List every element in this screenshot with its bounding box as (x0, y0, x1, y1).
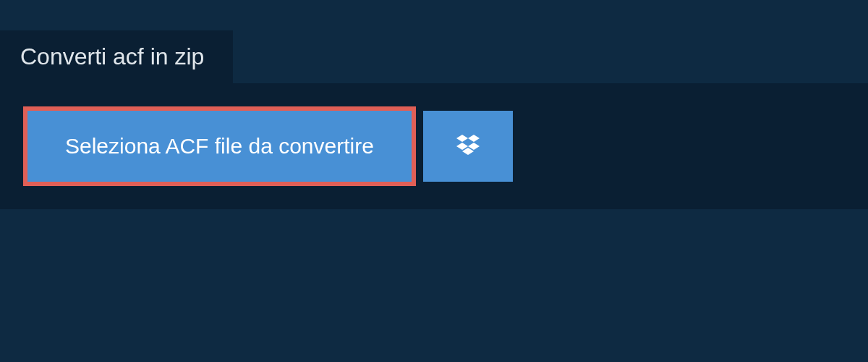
tab-title: Converti acf in zip (20, 43, 204, 70)
button-row: Seleziona ACF file da convertire (23, 106, 868, 186)
dropbox-button[interactable] (423, 111, 513, 182)
select-button-highlight: Seleziona ACF file da convertire (23, 106, 416, 186)
main-panel: Seleziona ACF file da convertire (0, 83, 868, 209)
tab-header: Converti acf in zip (0, 30, 233, 83)
select-file-button[interactable]: Seleziona ACF file da convertire (27, 111, 412, 182)
dropbox-icon (454, 132, 482, 161)
